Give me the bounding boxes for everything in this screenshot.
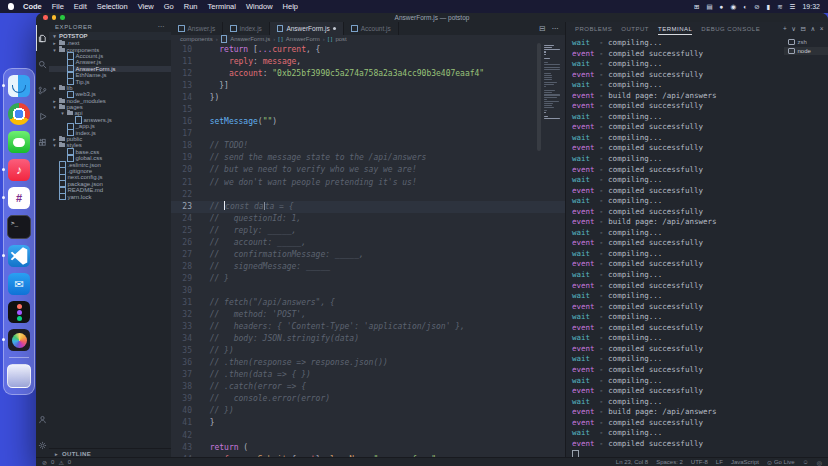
problems-status[interactable]: ⊘ 0 ⚠ 0 bbox=[42, 459, 71, 466]
menu-help[interactable]: Help bbox=[283, 2, 298, 11]
code-line[interactable]: 42 bbox=[171, 430, 565, 442]
code-line[interactable]: 29 // } bbox=[171, 273, 565, 285]
code-line[interactable]: 25 // reply: _____, bbox=[171, 225, 565, 237]
split-terminal-icon[interactable]: ⊟ bbox=[800, 25, 806, 33]
status-javascript[interactable]: JavaScript bbox=[731, 459, 759, 465]
minimap[interactable] bbox=[543, 45, 561, 165]
code-line[interactable]: 31 // fetch("/api/answers", { bbox=[171, 297, 565, 309]
feedback-icon[interactable]: ☺ bbox=[803, 459, 809, 465]
wifi-icon[interactable]: ≋ bbox=[777, 0, 782, 13]
window-titlebar[interactable]: AnswerForm.js — potstop bbox=[36, 13, 828, 22]
code-line[interactable]: 33 // headers: { 'Content-Type': 'applic… bbox=[171, 321, 565, 333]
code-line[interactable]: 32 // method: 'POST', bbox=[171, 309, 565, 321]
trash-dock-icon[interactable] bbox=[7, 364, 31, 388]
apple-menu-icon[interactable] bbox=[8, 3, 14, 10]
code-line[interactable]: 21 // we don't want people pretending it… bbox=[171, 177, 565, 189]
close-panel-icon[interactable]: × bbox=[820, 25, 824, 32]
more-actions-icon[interactable]: ⋯ bbox=[552, 24, 560, 33]
display-icon[interactable]: ◐ bbox=[743, 0, 747, 13]
terminal-session-node[interactable]: node bbox=[784, 47, 828, 55]
code-line[interactable]: 13 }] bbox=[171, 80, 565, 92]
menu-run[interactable]: Run bbox=[184, 2, 198, 11]
panel-tab-problems[interactable]: PROBLEMS bbox=[575, 22, 612, 35]
breadcrumb-item-components[interactable]: components bbox=[180, 36, 213, 42]
code-line[interactable]: 27 // confirmationMessage: _____, bbox=[171, 249, 565, 261]
menu-terminal[interactable]: Terminal bbox=[208, 2, 236, 11]
figma-dock-icon[interactable] bbox=[8, 301, 30, 323]
tab-answerform-js[interactable]: AnswerForm.js bbox=[270, 22, 344, 35]
accounts-icon[interactable] bbox=[36, 406, 49, 432]
terminal-session-zsh[interactable]: zsh bbox=[784, 38, 828, 46]
code-line[interactable]: 15 bbox=[171, 104, 565, 116]
menu-window[interactable]: Window bbox=[246, 2, 273, 11]
code-line[interactable]: 41 } bbox=[171, 417, 565, 429]
code-line[interactable]: 26 // account: _____, bbox=[171, 237, 565, 249]
panel-tab-debug-console[interactable]: DEBUG CONSOLE bbox=[701, 22, 760, 35]
code-line[interactable]: 36 // .then(response => response.json()) bbox=[171, 357, 565, 369]
code-line[interactable]: 40 // }) bbox=[171, 405, 565, 417]
code-line[interactable]: 38 // .catch(error => { bbox=[171, 381, 565, 393]
bell-icon[interactable]: ◎ bbox=[817, 459, 822, 466]
menu-file[interactable]: File bbox=[52, 2, 64, 11]
tab-answer-js[interactable]: Answer.js bbox=[171, 22, 223, 35]
screen-mirroring-icon[interactable]: ⊞ bbox=[694, 0, 699, 13]
explorer-icon[interactable] bbox=[36, 25, 49, 51]
search-icon[interactable] bbox=[36, 51, 49, 77]
code-line[interactable]: 17 bbox=[171, 128, 565, 140]
code-line[interactable]: 20 // but we need to verify who we say w… bbox=[171, 164, 565, 176]
status-spaces-2[interactable]: Spaces: 2 bbox=[656, 459, 683, 465]
run-debug-icon[interactable] bbox=[36, 103, 49, 129]
code-line[interactable]: 23 // const data = { bbox=[171, 201, 565, 213]
menu-view[interactable]: View bbox=[138, 2, 154, 11]
menu-edit[interactable]: Edit bbox=[74, 2, 87, 11]
mail-dock-icon[interactable] bbox=[8, 273, 30, 295]
code-line[interactable]: 11 reply: message, bbox=[171, 56, 565, 68]
vscode-dock-icon[interactable] bbox=[8, 245, 30, 267]
code-line[interactable]: 22 bbox=[171, 189, 565, 201]
code-line[interactable]: 16 setMessage("") bbox=[171, 116, 565, 128]
code-line[interactable]: 24 // questionId: 1, bbox=[171, 213, 565, 225]
status-ln-23-col-8[interactable]: Ln 23, Col 8 bbox=[616, 459, 648, 465]
tab-account-js[interactable]: Account.js bbox=[344, 22, 399, 35]
keyboard-icon[interactable]: ▤ bbox=[706, 0, 712, 13]
code-line[interactable]: 10 return [...current, { bbox=[171, 44, 565, 56]
messages-dock-icon[interactable] bbox=[8, 131, 30, 153]
status-utf-8[interactable]: UTF-8 bbox=[691, 459, 708, 465]
code-line[interactable]: 39 // console.error(error) bbox=[171, 393, 565, 405]
code-line[interactable]: 12 account: "0xb25bf3990c5a274a758a2a3a4… bbox=[171, 68, 565, 80]
explorer-more-actions-icon[interactable]: ⋯ bbox=[157, 23, 165, 31]
terminal-dock-icon[interactable] bbox=[7, 215, 31, 239]
code-editor[interactable]: 10 return [...current, {11 reply: messag… bbox=[171, 43, 565, 458]
breadcrumb-item-answerform-js[interactable]: AnswerForm.js bbox=[230, 36, 270, 42]
panel-tab-output[interactable]: OUTPUT bbox=[621, 22, 649, 35]
menu-code[interactable]: Code bbox=[23, 2, 42, 11]
battery-icon[interactable]: ▮ bbox=[767, 0, 771, 13]
code-line[interactable]: 19 // send the message state to the /api… bbox=[171, 152, 565, 164]
menu-selection[interactable]: Selection bbox=[97, 2, 128, 11]
breadcrumb-item-post[interactable]: post bbox=[335, 36, 346, 42]
code-line[interactable]: 18 // TODO! bbox=[171, 140, 565, 152]
code-line[interactable]: 34 // body: JSON.stringify(data) bbox=[171, 333, 565, 345]
explorer-root-folder[interactable]: ▾ POTSTOP bbox=[49, 32, 171, 40]
control-center-icon[interactable]: ☰ bbox=[790, 0, 796, 13]
code-line[interactable]: 37 // .then(data => { }) bbox=[171, 369, 565, 381]
settings-gear-icon[interactable] bbox=[36, 432, 49, 458]
file-yarn-lock[interactable]: yarn.lock bbox=[49, 193, 171, 199]
do-not-disturb-icon[interactable]: ● bbox=[720, 0, 724, 13]
finder-dock-icon[interactable] bbox=[8, 75, 30, 97]
code-line[interactable]: 43 return ( bbox=[171, 442, 565, 454]
music-dock-icon[interactable] bbox=[8, 159, 30, 181]
editor-scrollbar[interactable] bbox=[537, 43, 541, 151]
photos-dock-icon[interactable] bbox=[8, 329, 30, 351]
status-go-live[interactable]: ⊙Go Live bbox=[767, 459, 795, 466]
terminal-output[interactable]: wait - compiling...event - compiled succ… bbox=[566, 35, 784, 458]
code-line[interactable]: 30 bbox=[171, 285, 565, 297]
source-control-icon[interactable] bbox=[36, 77, 49, 103]
panel-tab-terminal[interactable]: TERMINAL bbox=[658, 22, 692, 35]
code-line[interactable]: 14 }) bbox=[171, 92, 565, 104]
menubar-clock[interactable]: 19:32 bbox=[802, 3, 820, 10]
terminal-picker-icon[interactable]: ∨ bbox=[791, 25, 796, 33]
tab-index-js[interactable]: index.js bbox=[223, 22, 270, 35]
code-line[interactable]: 35 // }) bbox=[171, 345, 565, 357]
menu-go[interactable]: Go bbox=[164, 2, 174, 11]
